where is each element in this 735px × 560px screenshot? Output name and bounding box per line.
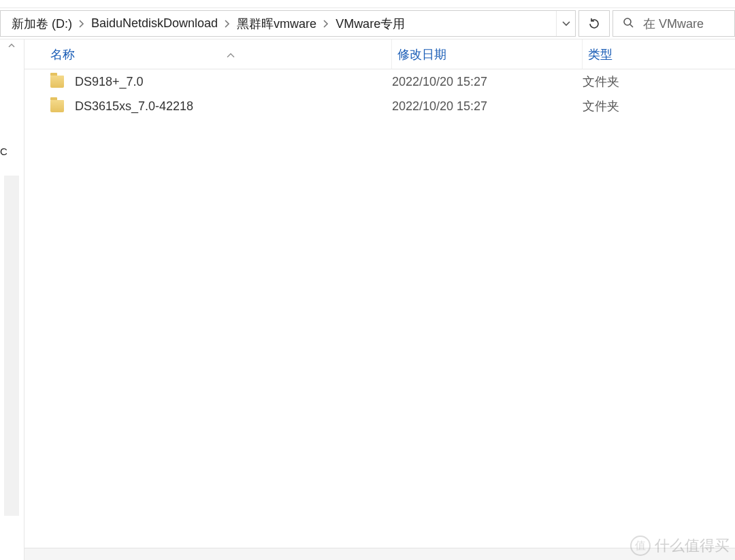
svg-point-0 [624, 18, 631, 25]
column-header-name-label: 名称 [50, 46, 75, 63]
chevron-up-icon[interactable] [8, 42, 15, 49]
folder-icon [50, 100, 64, 112]
watermark-badge-icon: 值 [630, 536, 651, 556]
list-item[interactable]: DS3615xs_7.0-42218 2022/10/20 15:27 文件夹 [24, 94, 735, 118]
chevron-right-icon[interactable] [319, 20, 333, 28]
breadcrumb-item-1[interactable]: BaiduNetdiskDownload [88, 16, 220, 31]
column-header-date[interactable]: 修改日期 [392, 39, 583, 69]
column-header-type[interactable]: 类型 [583, 39, 735, 69]
svg-line-1 [630, 24, 633, 27]
file-list: 名称 修改日期 类型 DS918+_7.0 2022/10/20 15:27 文… [24, 39, 735, 560]
breadcrumb-item-0[interactable]: 新加卷 (D:) [9, 16, 75, 32]
search-placeholder: 在 VMware [643, 16, 704, 32]
file-type: 文件夹 [583, 98, 735, 114]
search-icon [623, 17, 634, 31]
titlebar-fragment [0, 0, 735, 8]
file-name: DS918+_7.0 [75, 75, 144, 89]
column-headers: 名称 修改日期 类型 [24, 39, 735, 69]
search-input[interactable]: 在 VMware [612, 10, 735, 37]
breadcrumb-item-3[interactable]: VMware专用 [333, 16, 408, 32]
column-header-name[interactable]: 名称 [24, 39, 392, 69]
sort-indicator-icon [227, 47, 235, 61]
address-bar: 新加卷 (D:) BaiduNetdiskDownload 黑群晖vmware … [0, 8, 735, 39]
navigation-pane-edge[interactable]: C [0, 39, 24, 560]
watermark: 值 什么值得买 [625, 531, 735, 560]
breadcrumb[interactable]: 新加卷 (D:) BaiduNetdiskDownload 黑群晖vmware … [0, 10, 576, 37]
breadcrumb-history-dropdown[interactable] [556, 11, 575, 36]
watermark-text: 什么值得买 [655, 536, 730, 556]
folder-icon [50, 76, 64, 88]
list-item[interactable]: DS918+_7.0 2022/10/20 15:27 文件夹 [24, 69, 735, 94]
content-area: C 名称 修改日期 类型 DS918+_7.0 2022/10/20 15:27 [0, 39, 735, 560]
column-header-date-label: 修改日期 [397, 46, 446, 63]
scrollbar-track[interactable] [4, 176, 19, 516]
breadcrumb-item-2[interactable]: 黑群晖vmware [234, 16, 319, 32]
file-name: DS3615xs_7.0-42218 [75, 99, 193, 114]
column-header-type-label: 类型 [588, 46, 612, 63]
chevron-right-icon[interactable] [220, 20, 234, 28]
file-date: 2022/10/20 15:27 [392, 75, 583, 89]
refresh-icon [588, 18, 600, 30]
file-type: 文件夹 [583, 73, 735, 90]
tree-fragment-text: C [0, 146, 7, 157]
refresh-button[interactable] [578, 10, 610, 37]
chevron-right-icon[interactable] [75, 20, 88, 28]
file-date: 2022/10/20 15:27 [392, 99, 583, 114]
